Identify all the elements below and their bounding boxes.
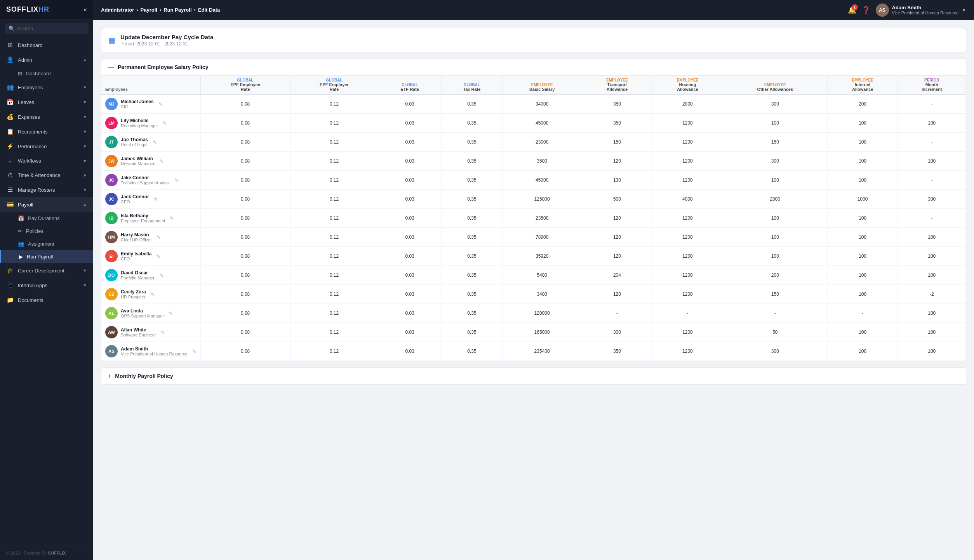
section1-collapse-button[interactable]: — [108,64,114,71]
sidebar-item-payroll[interactable]: 💳 Payroll ▲ [0,197,93,212]
edit-employee-button[interactable]: ✎ [174,177,179,183]
internet-allowance: 100 [827,342,898,361]
sidebar-item-career-development[interactable]: 🎓 Career Development ▼ [0,263,93,278]
internet-allowance: 100 [827,133,898,152]
epf-employer-rate: 0.12 [290,209,378,228]
col-header-period-increment: Period MonthIncrement [898,76,966,94]
table-row: EI Emily Isabella CFO ✎ 0.08 0.12 0.03 0… [101,247,966,266]
edit-employee-button[interactable]: ✎ [157,234,161,240]
internet-allowance: 100 [827,247,898,266]
page-subtitle: Period: 2023-12-01 - 2023-12-31 [120,41,213,47]
sidebar-item-documents[interactable]: 📁 Documents [0,293,93,307]
breadcrumb: Administrator › Payroll › Run Payroll › … [101,7,220,13]
employee-title: Software Engineer [121,333,156,337]
breadcrumb-administrator[interactable]: Administrator [101,7,134,13]
employee-title: Chief HR Officer [121,238,152,242]
sidebar-subitem-assignment[interactable]: 👥 Assignment [0,238,93,250]
leaves-icon: 📅 [6,99,14,106]
sidebar-item-leaves[interactable]: 📅 Leaves ▼ [0,95,93,109]
transport-allowance: 300 [582,323,652,342]
user-info[interactable]: AS Adam Smith Vice President of Human Re… [876,3,967,17]
chevron-down-icon: ▼ [83,283,87,288]
etf-rate: 0.03 [378,152,442,171]
other-allowances: 150 [723,133,827,152]
employee-cell: CZ Cecily Zora HR Prospect ✎ [101,285,200,304]
sidebar-subitem-pay-durations[interactable]: 📅 Pay Durations [0,212,93,225]
edit-employee-button[interactable]: ✎ [158,101,163,107]
sidebar-item-internal-apps[interactable]: 📱 Internal Apps ▼ [0,278,93,293]
chevron-down-icon: ▼ [83,173,87,178]
employee-name: Michael James [121,99,154,104]
housing-allowance: 1200 [652,228,723,247]
search-input[interactable] [17,26,85,31]
sidebar-item-dashboard[interactable]: ⊞ Dashboard [0,38,93,52]
basic-salary: 3500 [502,152,582,171]
etf-rate: 0.03 [378,342,442,361]
employee-title: Head of Legal [121,142,148,147]
notification-button[interactable]: 🔔 1 [848,6,856,14]
edit-employee-button[interactable]: ✎ [163,120,167,126]
documents-icon: 📁 [6,296,14,303]
policies-icon: ✏ [18,228,22,234]
sidebar-item-employees[interactable]: 👥 Employees ▼ [0,80,93,95]
sidebar-collapse-button[interactable]: « [83,6,87,13]
table-row: DO David Oscar Portfolio Manager ✎ 0.08 … [101,266,966,285]
edit-employee-button[interactable]: ✎ [170,215,174,221]
housing-allowance: 1200 [652,209,723,228]
sidebar-item-label: Admin [18,57,79,63]
month-increment: - [898,209,966,228]
basic-salary: 45000 [502,114,582,133]
basic-salary: 35920 [502,247,582,266]
chevron-down-icon: ▼ [83,144,87,149]
sidebar-footer: © 2023 Powered By SOFFLIX [0,546,93,560]
edit-employee-button[interactable]: ✎ [159,272,163,278]
edit-employee-button[interactable]: ✎ [169,310,173,316]
edit-employee-button[interactable]: ✎ [151,291,155,297]
sidebar-item-workflows[interactable]: ≡ Workflows ▼ [0,154,93,168]
sidebar-item-performance[interactable]: ⚡ Performance ▼ [0,139,93,154]
employee-cell: HM Harry Mason Chief HR Officer ✎ [101,228,200,247]
other-allowances: 150 [723,285,827,304]
sidebar-subitem-policies[interactable]: ✏ Policies [0,225,93,238]
section1-title: Permanent Employee Salary Policy [118,64,208,70]
employee-avatar: AS [105,345,118,357]
topbar-right: 🔔 1 ❓ AS Adam Smith Vice President of Hu… [848,3,967,17]
help-button[interactable]: ❓ [862,6,870,14]
epf-employer-rate: 0.12 [290,171,378,190]
breadcrumb-payroll[interactable]: Payroll [141,7,157,13]
table-row: HM Harry Mason Chief HR Officer ✎ 0.08 0… [101,228,966,247]
employee-name: Adam Smith [121,346,188,352]
tax-rate: 0.35 [442,94,503,114]
employee-avatar: JT [105,136,118,148]
other-allowances: 50 [723,323,827,342]
sidebar-item-admin[interactable]: 👤 Admin ▲ [0,52,93,67]
sidebar-item-time-attendance[interactable]: ⏱ Time & Attendance ▼ [0,168,93,182]
col-header-emp-housing: Employee HousingAllowance [652,76,723,94]
transport-allowance: 500 [582,190,652,209]
breadcrumb-edit-data: Edit Data [198,7,220,13]
employee-cell: IB Isla Bethany Employee Engagement ✎ [101,209,200,228]
edit-employee-button[interactable]: ✎ [154,196,158,202]
other-allowances: 100 [723,171,827,190]
tax-rate: 0.35 [442,209,503,228]
edit-employee-button[interactable]: ✎ [161,329,165,335]
edit-employee-button[interactable]: ✎ [192,348,197,354]
sidebar-item-recruitments[interactable]: 📋 Recruitments ▼ [0,124,93,139]
housing-allowance: 1200 [652,247,723,266]
edit-employee-button[interactable]: ✎ [153,139,157,145]
sidebar-subitem-admin-dashboard[interactable]: ⊞ Dashboard [0,67,93,80]
epf-employer-rate: 0.12 [290,94,378,114]
epf-employer-rate: 0.12 [290,114,378,133]
sidebar-item-manage-rosters[interactable]: ☰ Manage Rosters ▼ [0,182,93,197]
section2-collapse-button[interactable]: + [108,373,111,380]
edit-employee-button[interactable]: ✎ [156,253,160,259]
employee-name: Emily Isabella [121,251,151,257]
transport-allowance: 120 [582,228,652,247]
sidebar-item-expenses[interactable]: 💰 Expenses ▼ [0,109,93,124]
table-row: JT Joe Thomas Head of Legal ✎ 0.08 0.12 … [101,133,966,152]
tax-rate: 0.35 [442,171,503,190]
sidebar-subitem-run-payroll[interactable]: ▶ Run Payroll [0,250,93,263]
breadcrumb-run-payroll[interactable]: Run Payroll [163,7,191,13]
employee-name: James William [121,156,155,161]
edit-employee-button[interactable]: ✎ [159,158,163,164]
